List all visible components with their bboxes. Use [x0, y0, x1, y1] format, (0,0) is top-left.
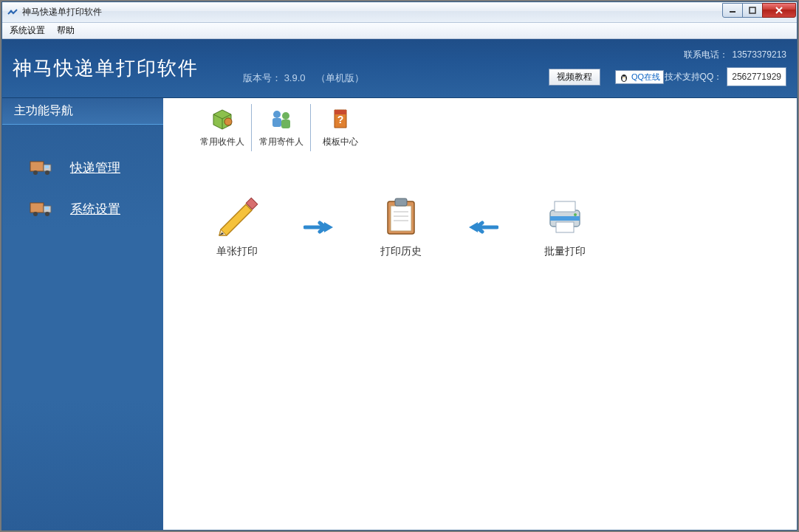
svg-point-11	[33, 170, 38, 175]
toolbar-templates[interactable]: ? 模板中心	[311, 104, 370, 151]
titlebar: 神马快递单打印软件	[2, 2, 797, 23]
flow-label: 单张打印	[193, 245, 281, 258]
qq-online-label: QQ在线	[631, 72, 660, 83]
toolbar-label: 常用寄件人	[252, 136, 310, 148]
flow-label: 批量打印	[521, 245, 609, 258]
minimize-button[interactable]	[722, 3, 743, 18]
content-area: 常用收件人 常用寄件人 ? 模板中心	[163, 98, 797, 530]
app-icon	[7, 7, 18, 18]
print-history-button[interactable]: 打印历史	[357, 196, 445, 258]
svg-rect-34	[556, 222, 574, 232]
body: 主功能导航 快递管理	[2, 98, 797, 530]
contact-phone-label: 联系电话：	[684, 46, 728, 63]
toolbar-label: 模板中心	[311, 136, 370, 148]
toolbar-senders[interactable]: 常用寄件人	[252, 104, 311, 151]
sidebar: 主功能导航 快递管理	[2, 98, 163, 530]
svg-text:?: ?	[337, 114, 344, 125]
senders-icon	[268, 107, 295, 131]
qq-penguin-icon	[619, 72, 629, 83]
qq-support-label: 技术支持QQ：	[665, 69, 723, 85]
edition-label: （单机版）	[316, 72, 364, 83]
video-tutorial-button[interactable]: 视频教程	[549, 69, 600, 86]
version-label: 版本号：	[243, 72, 281, 83]
toolbar: 常用收件人 常用寄件人 ? 模板中心	[163, 98, 797, 151]
window-controls	[723, 3, 796, 18]
svg-point-16	[33, 212, 38, 216]
workflow-row: 单张打印 打印历史	[163, 151, 797, 258]
truck-icon	[29, 198, 55, 219]
svg-rect-20	[272, 118, 281, 127]
batch-print-button[interactable]: 批量打印	[521, 196, 609, 258]
clipboard-icon	[377, 196, 425, 237]
maximize-button[interactable]	[742, 3, 763, 18]
svg-rect-13	[30, 203, 44, 213]
svg-rect-36	[550, 216, 580, 221]
svg-rect-1	[730, 11, 735, 13]
sidebar-item-express[interactable]: 快递管理	[2, 147, 163, 188]
svg-point-19	[273, 111, 281, 118]
sidebar-item-settings[interactable]: 系统设置	[2, 188, 163, 229]
package-people-icon	[209, 107, 236, 131]
svg-point-17	[45, 212, 49, 216]
truck-icon	[29, 157, 55, 178]
pencil-icon	[213, 196, 261, 237]
window-title: 神马快递单打印软件	[22, 6, 102, 18]
version-value: 3.9.0	[284, 72, 306, 83]
sidebar-title: 主功能导航	[2, 98, 163, 125]
svg-point-6	[625, 76, 626, 77]
templates-icon: ?	[327, 107, 354, 131]
arrow-right-icon	[304, 220, 335, 235]
app-window: 神马快递单打印软件 系统设置 帮助 神马快递单打印软件 版本号： 3.9.0 （…	[1, 1, 798, 531]
sidebar-item-label: 系统设置	[70, 201, 120, 218]
svg-rect-22	[281, 120, 290, 128]
menu-help[interactable]: 帮助	[54, 23, 78, 38]
menubar: 系统设置 帮助	[2, 23, 797, 39]
qq-online-button[interactable]: QQ在线	[615, 70, 664, 84]
svg-point-35	[574, 213, 577, 216]
svg-rect-33	[555, 201, 575, 212]
sidebar-item-label: 快递管理	[70, 159, 120, 176]
svg-point-18	[224, 118, 232, 125]
arrow-left-icon	[467, 220, 498, 235]
svg-rect-8	[30, 162, 44, 171]
svg-point-7	[623, 77, 625, 77]
printer-icon	[541, 196, 589, 237]
header-contact: 联系电话： 13573379213 技术支持QQ： 2562771929	[665, 46, 786, 91]
svg-rect-10	[45, 165, 49, 168]
toolbar-recipients[interactable]: 常用收件人	[193, 104, 252, 151]
svg-rect-27	[391, 206, 411, 231]
app-title: 神马快递单打印软件	[13, 55, 199, 81]
svg-point-5	[623, 76, 624, 77]
flow-label: 打印历史	[357, 245, 445, 258]
contact-phone-value: 13573379213	[733, 46, 786, 63]
toolbar-label: 常用收件人	[193, 136, 251, 148]
single-print-button[interactable]: 单张打印	[193, 196, 281, 258]
svg-point-21	[282, 112, 289, 120]
version-area: 版本号： 3.9.0 （单机版）	[243, 72, 364, 85]
svg-rect-28	[395, 198, 407, 206]
header-banner: 神马快递单打印软件 版本号： 3.9.0 （单机版） 视频教程 QQ在线 联系电…	[2, 39, 797, 98]
close-button[interactable]	[762, 3, 796, 18]
svg-rect-2	[750, 7, 755, 13]
svg-rect-15	[45, 207, 49, 210]
qq-support-value[interactable]: 2562771929	[727, 67, 786, 86]
svg-point-12	[45, 170, 49, 175]
menu-settings[interactable]: 系统设置	[7, 23, 48, 38]
svg-point-0	[10, 10, 13, 12]
